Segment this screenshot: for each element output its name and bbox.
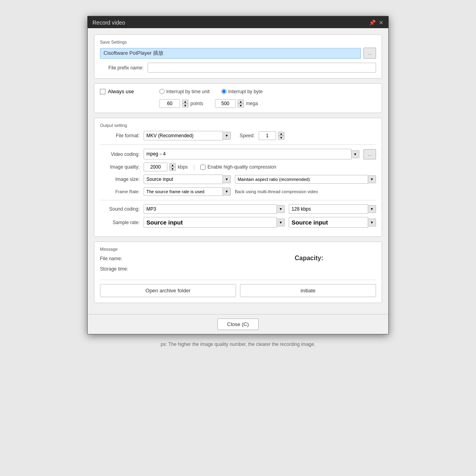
- file-format-label: File format:: [100, 133, 140, 138]
- file-format-row: File format: MKV (Recommended) ▼ Speed: …: [100, 131, 376, 140]
- save-settings-label: Save Settings: [100, 40, 376, 44]
- interrupt-time-radio[interactable]: [159, 89, 165, 94]
- time-spin-up[interactable]: ▲: [182, 100, 188, 104]
- browse-button[interactable]: ...: [363, 48, 376, 59]
- file-format-arrow-icon[interactable]: ▼: [223, 132, 231, 140]
- byte-value-input[interactable]: [215, 99, 236, 108]
- quality-spin-up[interactable]: ▲: [169, 163, 176, 167]
- time-value-input[interactable]: [159, 99, 180, 108]
- video-coding-arrow-icon[interactable]: ▼: [351, 150, 359, 158]
- sound-coding-row: Sound coding: MP3 ▼ 128 kbps ▼: [100, 204, 376, 214]
- image-size-row: Image size: Source input ▼ Maintain aspe…: [100, 175, 376, 184]
- speed-label: Speed:: [235, 133, 255, 138]
- byte-unit-label: mega: [246, 101, 258, 106]
- aspect-ratio-arrow-icon[interactable]: ▼: [368, 175, 376, 183]
- titlebar: Record video 📌 ✕: [88, 16, 388, 28]
- frame-rate-select[interactable]: The source frame rate is used ▼: [144, 187, 231, 196]
- pin-button[interactable]: 📌: [369, 19, 376, 26]
- interrupt-time-label: Interrupt by time unit: [166, 89, 209, 94]
- sample-rate-select[interactable]: Source input ▼: [144, 217, 285, 228]
- message-left: File name: Storage time:: [100, 255, 234, 276]
- sample-rate-arrow-icon[interactable]: ▼: [277, 219, 285, 226]
- main-content: Save Settings ... File prefix name: Alwa…: [88, 28, 388, 314]
- speed-input[interactable]: [259, 131, 276, 140]
- speed-spinner-btns: ▲ ▼: [278, 132, 284, 140]
- sound-bitrate-select[interactable]: 128 kbps ▼: [289, 204, 376, 214]
- interrupt-byte-label: Interrupt by byte: [228, 89, 263, 94]
- video-coding-row: Video coding: mpeg－4 ▼ ...: [100, 149, 376, 159]
- byte-spin-down[interactable]: ▼: [238, 104, 244, 107]
- video-coding-select[interactable]: mpeg－4 ▼: [144, 149, 359, 159]
- frame-rate-arrow-icon[interactable]: ▼: [223, 188, 231, 196]
- quality-input[interactable]: [144, 163, 167, 171]
- high-quality-checkbox[interactable]: [200, 165, 205, 170]
- sample-rate-value: Source input: [144, 217, 277, 228]
- frame-rate-row: Frame Rate: The source frame rate is use…: [100, 187, 376, 196]
- image-size-arrow-icon[interactable]: ▼: [223, 175, 231, 183]
- time-spinner-btns: ▲ ▼: [182, 100, 188, 107]
- quality-spin-down[interactable]: ▼: [169, 167, 176, 171]
- close-button[interactable]: Close (C): [217, 319, 259, 330]
- image-size-value: Source input: [144, 175, 223, 184]
- capacity-label: Capacity:: [242, 255, 376, 262]
- initiate-button[interactable]: initiate: [240, 284, 376, 297]
- interrupt-section: Always use Interrupt by time unit Interr…: [94, 83, 382, 113]
- save-settings-section: Save Settings ... File prefix name:: [94, 35, 382, 79]
- video-coding-more-button[interactable]: ...: [363, 149, 376, 159]
- window-title: Record video: [92, 19, 125, 26]
- byte-spinner-row: ▲ ▼ mega: [215, 99, 258, 108]
- sound-coding-label: Sound coding:: [100, 206, 140, 212]
- time-unit-label: points: [190, 101, 203, 106]
- interrupt-bottom: ▲ ▼ points ▲ ▼ mega: [100, 98, 376, 108]
- output-section: Output setting File format: MKV (Recomme…: [94, 118, 382, 237]
- sound-coding-arrow-icon[interactable]: ▼: [277, 205, 285, 213]
- message-section: Message File name: Storage time: Capacit…: [94, 242, 382, 303]
- aspect-ratio-select[interactable]: Maintain aspect ratio (recommended) ▼: [235, 175, 376, 184]
- close-window-button[interactable]: ✕: [379, 19, 384, 26]
- high-quality-label: Enable high-quality compression: [207, 164, 276, 170]
- sample-rate2-arrow-icon[interactable]: ▼: [368, 219, 376, 226]
- message-row: File name: Storage time: Capacity:: [100, 255, 376, 276]
- speed-spin-up[interactable]: ▲: [278, 132, 284, 136]
- file-prefix-input[interactable]: [148, 63, 376, 73]
- speed-spin-down[interactable]: ▼: [278, 136, 284, 140]
- speed-row: ▲ ▼: [259, 131, 284, 140]
- image-size-label: Image size:: [100, 177, 140, 182]
- byte-spin-up[interactable]: ▲: [238, 100, 244, 104]
- quality-unit-label: kbps: [178, 164, 188, 170]
- message-right: Capacity:: [242, 255, 376, 262]
- sound-bitrate-value: 128 kbps: [289, 204, 368, 214]
- quality-divider: |: [193, 164, 195, 170]
- frame-rate-label: Frame Rate:: [100, 189, 140, 194]
- storage-time-info: Storage time:: [100, 265, 234, 273]
- file-name-info: File name:: [100, 255, 234, 263]
- open-archive-button[interactable]: Open archive folder: [100, 284, 236, 297]
- output-label: Output setting: [100, 123, 376, 128]
- record-video-window: Record video 📌 ✕ Save Settings ... File …: [87, 16, 389, 334]
- bottom-buttons: Open archive folder initiate: [100, 284, 376, 297]
- always-use-checkbox[interactable]: [100, 89, 106, 94]
- interrupt-byte-group: Interrupt by byte: [221, 89, 263, 94]
- byte-spinner-btns: ▲ ▼: [238, 100, 244, 107]
- sound-coding-select[interactable]: MP3 ▼: [144, 204, 285, 214]
- file-format-value: MKV (Recommended): [144, 131, 223, 140]
- time-spin-down[interactable]: ▼: [182, 104, 188, 107]
- quality-spinner-btns: ▲ ▼: [169, 163, 176, 171]
- interrupt-byte-radio[interactable]: [221, 89, 226, 94]
- time-spinner-row: ▲ ▼ points: [159, 99, 203, 108]
- image-size-select[interactable]: Source input ▼: [144, 175, 231, 184]
- always-use-group: Always use: [100, 88, 148, 94]
- sound-coding-value: MP3: [144, 204, 277, 214]
- sound-bitrate-arrow-icon[interactable]: ▼: [368, 205, 376, 213]
- divider2: [100, 200, 376, 200]
- ps-text: ps: The higher the image quality number,…: [153, 342, 323, 347]
- always-use-label: Always use: [108, 88, 134, 94]
- multithread-label: Back using multi-thread compression vide…: [235, 189, 318, 194]
- message-label: Message: [100, 247, 376, 251]
- interrupt-top: Always use Interrupt by time unit Interr…: [100, 88, 376, 98]
- file-prefix-row: File prefix name:: [100, 63, 376, 73]
- message-divider: [100, 280, 376, 280]
- path-input[interactable]: [100, 48, 361, 59]
- sample-rate2-select[interactable]: Source input ▼: [289, 217, 376, 228]
- file-format-select[interactable]: MKV (Recommended) ▼: [144, 131, 231, 140]
